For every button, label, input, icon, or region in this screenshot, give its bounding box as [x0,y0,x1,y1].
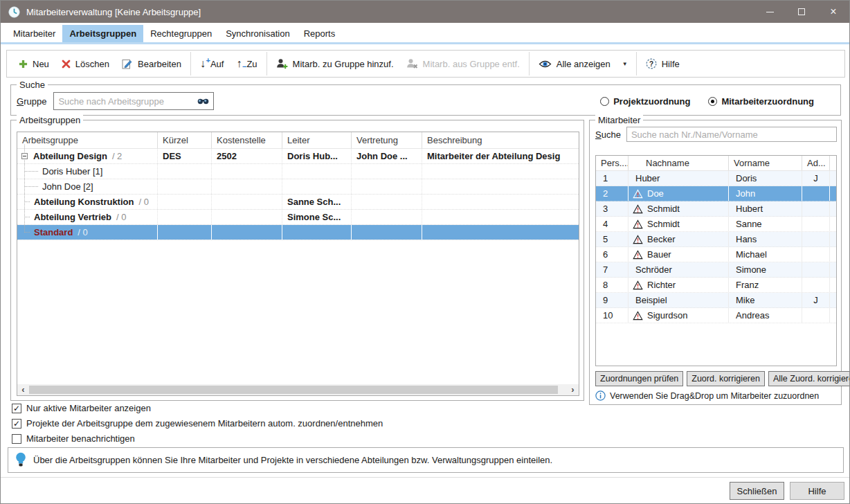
warning-icon [633,311,643,321]
workgroup-member-row[interactable]: John Doe [2] [17,179,579,195]
checkbox-auto-assign-projects[interactable]: ✓ Projekte der Arbeitsgruppe dem zugewie… [12,417,383,429]
workgroup-row[interactable]: Abteilung Design / 2 DES 2502 Doris Hub.… [17,149,579,164]
workgroup-row[interactable]: Abteilung Konstruktion / 0 Sanne Sch... [17,195,579,210]
tree-collapse-icon[interactable] [21,153,28,159]
delete-button[interactable]: Löschen [55,53,116,74]
help-dialog-button[interactable]: Hilfe [790,482,844,500]
chevron-down-icon: ▼ [622,61,628,67]
column-header-persnr[interactable]: Pers....▲ [596,156,629,170]
column-header-leiter[interactable]: Leiter [282,132,352,148]
plus-icon [19,60,28,69]
workgroup-row-selected[interactable]: Standard / 0 [17,225,579,240]
column-header-nachname[interactable]: Nachname [629,156,729,170]
column-header-ad[interactable]: Ad... [802,156,830,170]
employees-groupbox-label: Mitarbeiter [595,115,643,125]
column-header-vorname[interactable]: Vorname [729,156,802,170]
eye-icon [539,60,552,69]
radio-projektzuordnung[interactable]: Projektzuordnung [600,96,690,107]
radio-mitarbeiterzuordnung[interactable]: Mitarbeiterzuordnung [708,96,814,107]
employee-row[interactable]: 1 Huber Doris J [596,171,836,186]
checkbox-active-employees[interactable]: ✓ Nur aktive Mitarbeiter anzeigen [12,402,383,414]
remove-member-from-group-button[interactable]: Mitarb. aus Gruppe entf. [400,53,526,74]
group-search-inputwrap [53,92,214,110]
maximize-button[interactable] [786,1,817,23]
group-search-label: Gruppe [17,96,46,107]
employee-row[interactable]: 6 Bauer Michael [596,247,836,262]
column-header-vertretung[interactable]: Vertretung [352,132,422,148]
close-icon: × [830,6,836,17]
warning-icon [633,235,643,244]
toolbar-separator [266,52,267,75]
warning-icon [633,280,643,290]
workgroup-member-row[interactable]: Doris Huber [1] [17,164,579,179]
help-icon: ? [646,58,657,69]
add-member-to-group-button[interactable]: Mitarb. zu Gruppe hinzuf. [270,53,400,74]
tab-mitarbeiter[interactable]: Mitarbeiter [6,25,62,42]
info-hint-panel: Über die Arbeitsgruppen können Sie Ihre … [8,447,844,473]
employees-groupbox: Mitarbeiter Suche Pers....▲ Nachname Vor… [589,120,842,405]
employee-row[interactable]: 10 Sigurdson Andreas [596,308,836,323]
dragdrop-hint: Verwenden Sie Drag&Drop um Mitarbeiter z… [595,390,838,401]
binoculars-icon [197,98,209,105]
scrollbar-thumb[interactable] [29,386,558,394]
workgroups-groupbox-label: Arbeitsgruppen [17,115,83,125]
move-up-button[interactable]: ↓+ Auf [194,53,230,74]
person-add-icon [276,58,288,69]
minimize-button[interactable] [754,1,786,23]
horizontal-scrollbar[interactable]: ‹ › [17,384,579,395]
employee-row[interactable]: 9 Beispiel Mike J [596,293,836,308]
column-header-beschreibung[interactable]: Beschreibung [422,132,579,148]
radio-circle-selected-icon [708,97,717,106]
toolbar: Neu Löschen Bearbeiten ↓+ Auf ↑− Zu [6,50,845,78]
checkbox-notify-employees[interactable]: Mitarbeiter benachrichtigen [12,433,383,444]
scroll-left-arrow[interactable]: ‹ [17,384,29,395]
group-search-input[interactable] [58,96,197,107]
app-window: Mitarbeiterverwaltung [Keine Arbeitsgrup… [0,0,850,504]
employee-row[interactable]: 3 Schmidt Hubert [596,201,836,217]
workgroups-table: Arbeitsgruppe Kürzel Kostenstelle Leiter… [17,132,579,396]
column-header-kostenstelle[interactable]: Kostenstelle [212,132,282,148]
employee-row[interactable]: 5 Becker Hans [596,232,836,247]
workgroups-table-body: Abteilung Design / 2 DES 2502 Doris Hub.… [17,149,579,240]
new-button[interactable]: Neu [12,53,55,74]
employee-row[interactable]: 4 Schmidt Sanne [596,217,836,232]
search-groupbox-label: Suche [17,80,48,90]
tab-reports[interactable]: Reports [297,25,343,42]
warning-icon [633,219,643,229]
employee-row-selected[interactable]: 2 Doe John [596,186,836,201]
show-all-dropdown-button[interactable]: ▼ [617,53,633,74]
red-x-icon [62,60,71,69]
show-all-button[interactable]: Alle anzeigen [532,53,617,74]
scroll-right-arrow[interactable]: › [567,384,579,395]
tree-branch-line [24,186,38,187]
help-button[interactable]: ? Hilfe [640,53,686,74]
maximize-icon [798,8,805,15]
edit-button[interactable]: Bearbeiten [116,53,188,74]
column-header-kuerzel[interactable]: Kürzel [158,132,212,148]
lightbulb-icon [15,452,26,468]
checkbox-unchecked-icon [12,434,21,444]
employee-search-input[interactable] [626,127,837,142]
correct-assignment-button[interactable]: Zuord. korrigieren [687,371,765,386]
close-button[interactable]: × [817,1,849,23]
window-title: Mitarbeiterverwaltung [Keine Arbeitsgrup… [26,7,201,17]
tab-arbeitsgruppen[interactable]: Arbeitsgruppen [62,25,143,42]
titlebar[interactable]: Mitarbeiterverwaltung [Keine Arbeitsgrup… [1,1,849,23]
options-section: ✓ Nur aktive Mitarbeiter anzeigen ✓ Proj… [12,402,383,444]
tab-rechtegruppen[interactable]: Rechtegruppen [143,25,219,42]
employee-row[interactable]: 7 Schröder Simone [596,262,836,278]
tree-branch-line [24,171,38,172]
employee-row[interactable]: 8 Richter Franz [596,278,836,293]
close-dialog-button[interactable]: Schließen [730,482,784,500]
correct-all-assignments-button[interactable]: Alle Zuord. korrigieren [768,371,850,386]
column-header-arbeitsgruppe[interactable]: Arbeitsgruppe [17,132,158,148]
toolbar-separator [190,52,191,75]
move-down-button[interactable]: ↑− Zu [230,53,263,74]
tab-bar: Mitarbeiter Arbeitsgruppen Rechtegruppen… [1,23,849,42]
check-assignments-button[interactable]: Zuordnungen prüfen [595,371,683,386]
workgroups-groupbox: Arbeitsgruppen Arbeitsgruppe Kürzel Kost… [10,120,584,401]
person-remove-icon [406,58,418,69]
workgroup-row[interactable]: Abteilung Vertrieb / 0 Simone Sc... [17,210,579,225]
svg-text:?: ? [649,60,653,68]
tab-synchronisation[interactable]: Synchronisation [219,25,297,42]
